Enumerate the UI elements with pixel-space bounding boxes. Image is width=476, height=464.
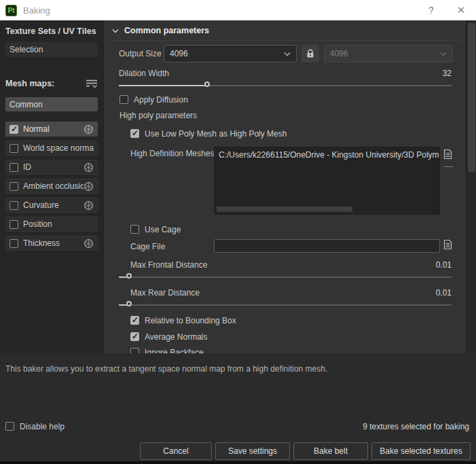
dialog-footer: This baker allows you to extract a tange… — [0, 353, 476, 461]
apply-diffusion-label: Apply Diffusion — [134, 95, 188, 105]
vertical-scrollbar[interactable] — [466, 20, 476, 353]
mesh-map-row-position[interactable]: Position — [5, 217, 98, 232]
max-frontal-slider[interactable] — [119, 273, 452, 281]
common-group-item[interactable]: Common — [5, 97, 98, 111]
mesh-map-label: World space normal — [23, 143, 94, 153]
title-bar: Pt Baking ? ✕ — [0, 0, 476, 20]
normal-checkbox[interactable] — [10, 125, 18, 134]
high-poly-header: High poly parameters — [120, 111, 197, 120]
geometry-sphere-icon — [84, 181, 94, 192]
disable-help-label: Disable help — [20, 422, 65, 431]
scrollbar-thumb[interactable] — [468, 23, 475, 172]
curvature-checkbox[interactable] — [10, 201, 18, 210]
disable-help-checkbox[interactable] — [5, 422, 14, 431]
save-settings-button[interactable]: Save settings — [215, 442, 290, 460]
chevron-down-icon — [440, 52, 447, 56]
mesh-maps-header: Mesh maps: — [5, 79, 54, 88]
texture-sets-header: Texture Sets / UV Tiles — [5, 26, 98, 36]
use-low-poly-row[interactable]: Use Low Poly Mesh as High Poly Mesh — [130, 128, 287, 139]
filter-icon[interactable] — [86, 79, 98, 88]
close-button[interactable]: ✕ — [452, 0, 471, 20]
selection-item[interactable]: Selection — [5, 42, 98, 57]
max-rear-value: 0.01 — [436, 288, 452, 298]
dialog-buttons: Cancel Save settings Bake belt Bake sele… — [140, 442, 471, 460]
lock-size-button[interactable] — [301, 45, 319, 63]
browse-cage-file-icon[interactable] — [443, 239, 452, 250]
apply-diffusion-row[interactable]: Apply Diffusion — [120, 94, 188, 105]
horizontal-scrollbar[interactable] — [217, 207, 352, 212]
texture-sets-panel: Texture Sets / UV Tiles Selection Mesh m… — [0, 20, 104, 353]
cancel-button[interactable]: Cancel — [140, 442, 212, 460]
section-title: Common parameters — [124, 26, 209, 35]
chevron-down-icon — [112, 29, 119, 33]
use-cage-label: Use Cage — [145, 225, 181, 234]
dilation-width-value: 32 — [443, 69, 452, 78]
ignore-backface-row[interactable]: Ignore Backface — [130, 347, 204, 353]
textures-selected-status: 9 textures selected for baking — [363, 422, 469, 431]
bake-selected-textures-button[interactable]: Bake selected textures — [371, 442, 471, 460]
dilation-width-slider[interactable] — [119, 82, 452, 90]
locked-size-value: 4096 — [330, 49, 348, 58]
geometry-sphere-icon — [84, 238, 94, 249]
max-rear-label: Max Rear Distance — [130, 288, 200, 298]
average-normals-checkbox[interactable] — [130, 332, 139, 341]
mesh-map-row-id[interactable]: ID — [5, 160, 98, 175]
substance-painter-logo-icon: Pt — [5, 5, 17, 16]
window-bottom-edge — [0, 461, 476, 464]
ignore-backface-checkbox[interactable] — [130, 348, 139, 353]
cage-file-input[interactable] — [214, 239, 440, 253]
help-button[interactable]: ? — [422, 0, 441, 20]
relative-bounding-box-label: Relative to Bounding Box — [145, 316, 236, 325]
chevron-down-icon — [284, 52, 291, 56]
id-checkbox[interactable] — [10, 163, 18, 172]
position-checkbox[interactable] — [10, 220, 18, 229]
relative-bounding-box-checkbox[interactable] — [130, 316, 139, 325]
geometry-sphere-icon — [84, 162, 94, 173]
thickness-checkbox[interactable] — [10, 239, 18, 248]
browse-file-icon[interactable] — [443, 149, 452, 160]
high-def-meshes-label: High Definition Meshes — [130, 149, 214, 158]
remove-mesh-button[interactable]: — — [444, 164, 453, 169]
output-size-value: 4096 — [170, 49, 188, 58]
mesh-map-row-thickness[interactable]: Thickness — [5, 236, 98, 251]
baker-help-text: This baker allows you to extract a tange… — [5, 364, 327, 374]
mesh-map-label: Position — [23, 219, 94, 229]
use-cage-row[interactable]: Use Cage — [130, 224, 181, 234]
mesh-path[interactable]: C:/Users/k2266115/OneDrive - Kingston Un… — [215, 147, 439, 162]
mesh-map-label: Ambient occlusion — [23, 181, 84, 191]
mesh-map-label: Curvature — [23, 200, 84, 210]
mesh-map-label: ID — [23, 162, 84, 172]
use-cage-checkbox[interactable] — [130, 225, 139, 234]
ignore-backface-label: Ignore Backface — [145, 348, 204, 354]
output-size-height-dropdown: 4096 — [324, 45, 453, 63]
mesh-maps-list: Normal World space normal ID — [5, 122, 98, 251]
cage-file-label: Cage File — [130, 242, 165, 251]
dilation-width-label: Dilation Width — [119, 69, 169, 78]
relative-bounding-box-row[interactable]: Relative to Bounding Box — [130, 315, 236, 325]
high-def-meshes-list[interactable]: C:/Users/k2266115/OneDrive - Kingston Un… — [214, 147, 440, 215]
average-normals-label: Average Normals — [145, 332, 207, 342]
common-parameters-section[interactable]: Common parameters — [112, 26, 209, 35]
max-frontal-label: Max Frontal Distance — [130, 260, 207, 270]
bake-belt-button[interactable]: Bake belt — [293, 442, 368, 460]
use-low-poly-label: Use Low Poly Mesh as High Poly Mesh — [145, 129, 287, 139]
max-frontal-value: 0.01 — [436, 260, 452, 270]
geometry-sphere-icon — [84, 124, 94, 135]
mesh-map-row-ambient-occlusion[interactable]: Ambient occlusion — [5, 179, 98, 194]
mesh-map-row-world-space-normal[interactable]: World space normal — [5, 141, 98, 156]
output-size-dropdown[interactable]: 4096 — [164, 45, 297, 63]
average-normals-row[interactable]: Average Normals — [130, 332, 207, 342]
use-low-poly-checkbox[interactable] — [130, 129, 139, 138]
geometry-sphere-icon — [84, 200, 94, 211]
max-rear-slider[interactable] — [119, 301, 452, 309]
output-size-label: Output Size — [119, 49, 162, 58]
mesh-map-label: Normal — [23, 124, 84, 134]
mesh-map-label: Thickness — [23, 238, 84, 248]
mesh-map-row-curvature[interactable]: Curvature — [5, 198, 98, 213]
world-space-normal-checkbox[interactable] — [10, 144, 18, 153]
ambient-occlusion-checkbox[interactable] — [10, 182, 18, 191]
disable-help-row[interactable]: Disable help — [5, 421, 65, 431]
mesh-map-row-normal[interactable]: Normal — [5, 122, 98, 137]
baking-dialog: Pt Baking ? ✕ Texture Sets / UV Tiles Se… — [0, 0, 476, 464]
apply-diffusion-checkbox[interactable] — [120, 95, 128, 104]
